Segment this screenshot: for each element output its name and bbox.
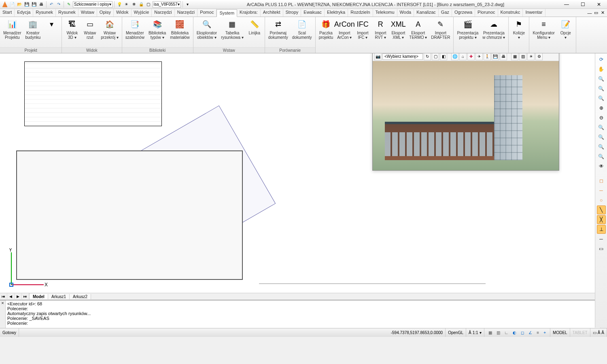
widok-3d[interactable]: 🏗Widok 3D ▾	[64, 18, 81, 40]
prezentacja-projektu[interactable]: 🎬Prezentacja projektu ▾	[455, 18, 480, 40]
linijka[interactable]: 📏Linijka	[246, 18, 263, 36]
tab-narzdzi[interactable]: Narzędzi	[175, 9, 197, 17]
import-rvt[interactable]: RImport RVT ▾	[372, 18, 389, 40]
close-button[interactable]: ✕	[591, 0, 607, 9]
tab-krajobra[interactable]: Krajobra:	[237, 9, 261, 17]
tab-rozdzieln[interactable]: Rozdzieln	[348, 9, 373, 17]
kolizje[interactable]: ⚑Kolizje ▾	[510, 18, 527, 40]
wstaw-przekroj[interactable]: 🏠Wstaw przekrój ▾	[99, 18, 120, 40]
sheet-tab-arkusz2[interactable]: Arkusz2	[70, 294, 91, 299]
tab-opisy[interactable]: Opisy	[97, 9, 114, 17]
biblioteka-typow[interactable]: 📚Biblioteka typów ▾	[147, 18, 168, 40]
kreator-budynku[interactable]: 🏢Kreator budynku	[23, 18, 42, 40]
zoom-in-icon[interactable]: ⊕	[597, 104, 606, 112]
status-anno-icon[interactable]: Å	[598, 330, 601, 335]
esnap-ext-icon[interactable]: ─	[597, 235, 606, 243]
sheet-first-icon[interactable]: ⏮	[0, 293, 7, 300]
tab-system[interactable]: System	[216, 9, 237, 17]
esnap-ins-icon[interactable]: ▭	[597, 244, 606, 253]
view-plan-icon[interactable]: 👁	[597, 162, 606, 171]
status-extra[interactable]: ▭ Å Å	[590, 328, 607, 337]
konfigurator[interactable]: ≡Konfigurator Menu ▾	[531, 18, 556, 40]
ortho-toggle-icon[interactable]: ∟	[503, 330, 510, 335]
tab-ewakuac[interactable]: Ewakuac	[301, 9, 325, 17]
zoom-realtime-icon[interactable]: 🔍	[597, 84, 606, 93]
lwt-toggle-icon[interactable]: ≡	[535, 330, 541, 335]
camera-select[interactable]: <Wybierz kamerę>	[382, 53, 423, 60]
qat-more-icon[interactable]: ▾	[185, 1, 191, 8]
status-anno2-icon[interactable]: Å	[601, 330, 604, 335]
sheet-next-icon[interactable]: ▶	[15, 293, 22, 300]
layer-dropdown[interactable]: isa_V8F0557 ▾	[153, 1, 181, 8]
status-annoscale[interactable]: Å 1:1 ▾	[466, 328, 484, 337]
wstaw-rzut[interactable]: ▭Wstaw rzut	[81, 18, 98, 40]
undo-icon[interactable]: ↶	[48, 1, 55, 8]
saveall-icon[interactable]: 💾	[31, 1, 37, 8]
import-arcon[interactable]: ArConImport ArCon ▾	[335, 18, 353, 40]
tab-kanalizac[interactable]: Kanalizac	[414, 9, 439, 17]
mdi-close-icon[interactable]: ✕	[600, 10, 605, 15]
sheet-tab-arkusz1[interactable]: Arkusz1	[48, 294, 70, 299]
tab-pomoc[interactable]: Pomoc	[197, 9, 216, 17]
prezentacja-chmura[interactable]: ☁Prezentacja w chmurze ▾	[481, 18, 507, 40]
sketch-mode-icon[interactable]: ✎	[66, 1, 72, 8]
pan-icon[interactable]: ✋	[597, 65, 606, 74]
import-ifc[interactable]: IFCImport IFC ▾	[354, 18, 371, 40]
zoom-extents-icon[interactable]: 🔍	[597, 142, 606, 151]
eksport-xml[interactable]: XMLEksport XML ▾	[390, 18, 407, 40]
command-window[interactable]: × <Executor id>: 68 Polecenie: Automatyc…	[0, 300, 607, 328]
tab-gaz[interactable]: Gaz	[439, 9, 452, 17]
mdi-max-icon[interactable]: ▭	[593, 10, 599, 15]
status-toggles[interactable]: ▦ ▥ ∟ ◐ ◻ ∠ ≡ +	[484, 328, 550, 337]
tab-narzdzi[interactable]: Narzędzi	[152, 9, 174, 17]
tab-woda[interactable]: Woda	[397, 9, 414, 17]
esnap-node-icon[interactable]: ╲	[597, 205, 606, 214]
zoom-all-icon[interactable]: 🔍	[597, 152, 606, 161]
v3-sun-icon[interactable]: ☀	[527, 53, 535, 60]
esnap-mid-icon[interactable]: ─	[597, 186, 606, 195]
layer-color-icon[interactable]: ▢	[145, 1, 152, 8]
proj-small[interactable]: ▾	[43, 18, 60, 32]
tab-edycja[interactable]: Edycja	[15, 9, 33, 17]
snow-icon[interactable]: ❄	[131, 1, 137, 8]
v3-render1-icon[interactable]: ▦	[511, 53, 518, 60]
biblioteka-materialow[interactable]: 🧱Biblioteka materiałów	[168, 18, 191, 40]
esnap-end-icon[interactable]: ◻	[597, 176, 606, 185]
tab-rysunek[interactable]: Rysunek	[56, 9, 79, 17]
open-icon[interactable]: 📂	[16, 1, 23, 8]
tab-elektryka[interactable]: Elektryka	[325, 9, 348, 17]
v3-home-icon[interactable]: ⌂	[459, 53, 467, 60]
maximize-button[interactable]: ☐	[575, 0, 591, 9]
tab-widok[interactable]: Widok	[114, 9, 132, 17]
mdi-min-icon[interactable]: —	[587, 11, 592, 15]
view3d-render[interactable]	[373, 61, 559, 170]
tab-piorunoc[interactable]: Piorunoc	[475, 9, 498, 17]
v3-cube-icon[interactable]: ◧	[440, 53, 447, 60]
tabelka[interactable]: ▦Tabelka rysunkowa ▾	[219, 18, 245, 40]
grid-toggle-icon[interactable]: ▥	[495, 330, 502, 335]
zoom-center-icon[interactable]: 🔍	[597, 133, 606, 142]
zoom-left-icon[interactable]: 🔍	[597, 123, 606, 132]
sun-icon[interactable]: ☀	[123, 1, 130, 8]
status-tablet[interactable]: TABLET	[570, 328, 590, 337]
tab-stropy[interactable]: Stropy	[283, 9, 301, 17]
opcje[interactable]: 📝Opcje ▾	[557, 18, 574, 40]
esnap-cen-icon[interactable]: ○	[597, 196, 606, 205]
status-opengl[interactable]: OpenGL	[446, 328, 466, 337]
tab-architekt[interactable]: Architekt	[261, 9, 283, 17]
tab-telekomu[interactable]: Telekomu	[373, 9, 397, 17]
otrack-toggle-icon[interactable]: ∠	[527, 330, 534, 335]
sketch-dropdown[interactable]: Szkicowanie i opisy ▾	[73, 1, 112, 8]
manager-projektu[interactable]: 📊Menadżer Projektu	[2, 18, 23, 40]
zoom-out-icon[interactable]: ⊖	[597, 113, 606, 122]
eksport-termo[interactable]: AEksport TERMO ▾	[407, 18, 429, 40]
tab-wstaw[interactable]: Wstaw	[79, 9, 97, 17]
v3-plane-icon[interactable]: ✈	[475, 53, 483, 60]
tab-start[interactable]: Start	[0, 9, 15, 17]
v3-save-icon[interactable]: 💾	[492, 53, 499, 60]
tab-ogrzewa[interactable]: Ogrzewa	[452, 9, 475, 17]
status-clean-icon[interactable]: ▭	[593, 330, 596, 335]
v3-print-icon[interactable]: 🖶	[500, 53, 507, 60]
scal[interactable]: 📄Scal dokumenty	[291, 18, 314, 40]
esnap-int-icon[interactable]: ⊥	[597, 225, 606, 234]
